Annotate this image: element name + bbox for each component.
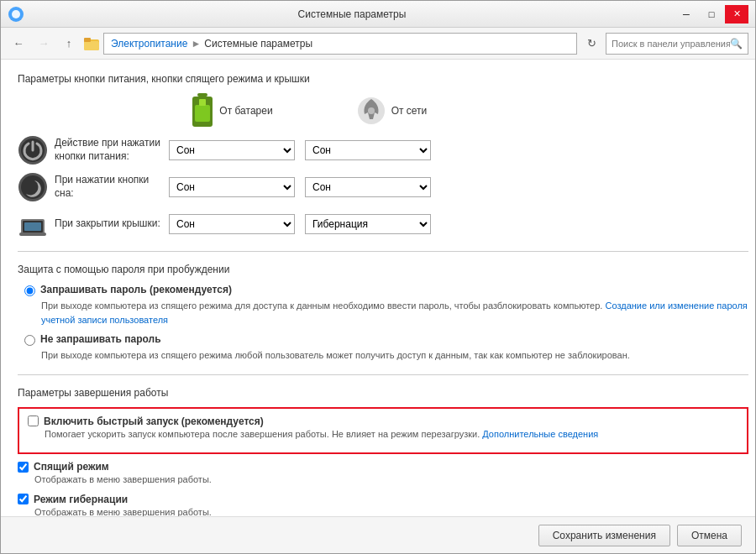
title-bar: Системные параметры ─ □ ✕	[1, 1, 755, 28]
battery-icon	[191, 93, 214, 128]
power-button-row: Действие при нажатии кнопки питания: Сон…	[18, 135, 748, 165]
password-noreq-radio[interactable]	[24, 335, 35, 346]
sleep-mode-desc: Отображать в меню завершения работы.	[34, 473, 748, 487]
search-box: 🔍	[606, 33, 748, 55]
sleep-button-label: При нажатии кнопки сна:	[55, 174, 167, 200]
shutdown-section: Параметры завершения работы Включить быс…	[18, 387, 748, 517]
search-input[interactable]	[612, 39, 730, 49]
fast-startup-link[interactable]: Дополнительные сведения	[482, 429, 598, 439]
divider-1	[18, 251, 748, 252]
sleep-mode-label[interactable]: Спящий режим	[18, 461, 748, 473]
hibernate-desc: Отображать в меню завершения работы.	[34, 505, 748, 517]
sleep-mode-text: Спящий режим	[34, 461, 109, 473]
power-source-label: От сети	[391, 105, 428, 117]
sleep-button-battery-select[interactable]: Сон Ничего не делать Гибернация	[169, 177, 295, 197]
sleep-button-selects: Сон Ничего не делать Гибернация Сон Ниче…	[169, 177, 431, 197]
search-icon: 🔍	[730, 38, 743, 50]
power-button-label: Действие при нажатии кнопки питания:	[55, 137, 167, 163]
power-buttons-title: Параметры кнопки питания, кнопки спящего…	[18, 73, 748, 85]
password-noreq-label[interactable]: Не запрашивать пароль	[24, 333, 748, 346]
power-button-selects: Сон Ничего не делать Гибернация Завершен…	[169, 140, 431, 160]
password-require-text: Запрашивать пароль (рекомендуется)	[40, 284, 232, 295]
cancel-button[interactable]: Отмена	[677, 525, 742, 546]
lid-close-selects: Сон Ничего не делать Гибернация Гибернац…	[169, 214, 431, 234]
main-area: Параметры кнопки питания, кнопки спящего…	[1, 60, 755, 516]
fast-startup-checkbox[interactable]	[28, 416, 39, 426]
breadcrumb-folder-icon	[83, 35, 100, 52]
password-radio-group: Запрашивать пароль (рекомендуется) При в…	[24, 284, 748, 363]
svg-point-1	[12, 10, 20, 18]
sleep-mode-item: Спящий режим Отображать в меню завершени…	[18, 461, 748, 487]
password-require-label[interactable]: Запрашивать пароль (рекомендуется)	[24, 284, 748, 296]
svg-rect-3	[84, 41, 99, 50]
lid-close-label: При закрытии крышки:	[55, 217, 167, 231]
fast-startup-desc: Помогает ускорить запуск компьютера посл…	[45, 427, 738, 442]
password-section-title: Защита с помощью пароля при пробуждении	[18, 264, 748, 275]
password-section: Защита с помощью пароля при пробуждении …	[18, 264, 748, 363]
breadcrumb-bar: Электропитание ► Системные параметры	[103, 33, 577, 55]
battery-header: От батареи	[169, 93, 295, 128]
breadcrumb-separator: ►	[191, 38, 201, 50]
hibernate-item: Режим гибернации Отображать в меню завер…	[18, 494, 748, 517]
svg-rect-4	[84, 38, 91, 42]
window-title: Системные параметры	[29, 8, 675, 20]
breadcrumb-item-1[interactable]: Электропитание	[111, 38, 187, 50]
power-button-battery-select[interactable]: Сон Ничего не делать Гибернация Завершен…	[169, 140, 295, 160]
main-window: Системные параметры ─ □ ✕ ← → ↑ Электроп…	[0, 0, 756, 554]
shutdown-section-title: Параметры завершения работы	[18, 387, 748, 399]
password-require-radio[interactable]	[24, 285, 35, 296]
svg-point-10	[368, 107, 375, 114]
svg-rect-7	[195, 105, 210, 122]
fast-startup-box: Включить быстрый запуск (рекомендуется) …	[18, 407, 748, 455]
minimize-button[interactable]: ─	[675, 5, 698, 24]
back-button[interactable]: ←	[8, 33, 29, 55]
password-require-item: Запрашивать пароль (рекомендуется) При в…	[24, 284, 748, 327]
svg-rect-17	[24, 222, 41, 231]
fast-startup-label[interactable]: Включить быстрый запуск (рекомендуется)	[28, 416, 738, 427]
password-noreq-item: Не запрашивать пароль При выходе компьют…	[24, 333, 748, 363]
password-require-desc: При выходе компьютера из спящего режима …	[41, 299, 748, 327]
power-button-icon	[18, 135, 48, 165]
bottom-bar: Сохранить изменения Отмена	[1, 516, 755, 553]
breadcrumb-item-2: Системные параметры	[204, 38, 312, 50]
sleep-button-row: При нажатии кнопки сна: Сон Ничего не де…	[18, 172, 748, 202]
forward-button[interactable]: →	[33, 33, 55, 55]
lid-close-battery-select[interactable]: Сон Ничего не делать Гибернация	[169, 214, 295, 234]
battery-label: От батареи	[219, 105, 272, 117]
power-source-icon	[356, 96, 386, 126]
maximize-button[interactable]: □	[700, 5, 723, 24]
hibernate-label[interactable]: Режим гибернации	[18, 494, 748, 505]
svg-rect-5	[197, 93, 207, 97]
save-button[interactable]: Сохранить изменения	[538, 525, 670, 546]
lid-close-power-select[interactable]: Гибернация Сон Ничего не делать	[305, 214, 431, 234]
address-bar: ← → ↑ Электропитание ► Системные парамет…	[1, 28, 755, 60]
divider-2	[18, 374, 748, 375]
power-column-headers: От батареи От сети	[169, 93, 748, 128]
power-button-power-select[interactable]: Сон Ничего не делать Гибернация Завершен…	[305, 140, 431, 160]
sleep-button-power-select[interactable]: Сон Ничего не делать Гибернация	[305, 177, 431, 197]
fast-startup-text: Включить быстрый запуск (рекомендуется)	[44, 416, 264, 427]
window-controls: ─ □ ✕	[675, 5, 748, 24]
lid-close-icon	[18, 209, 48, 239]
power-header: От сети	[328, 96, 454, 126]
power-buttons-section: Параметры кнопки питания, кнопки спящего…	[18, 73, 748, 239]
up-button[interactable]: ↑	[58, 33, 80, 55]
app-icon	[8, 6, 24, 23]
password-noreq-desc: При выходе компьютера из спящего режима …	[41, 348, 748, 363]
content-area: Параметры кнопки питания, кнопки спящего…	[1, 60, 755, 516]
svg-rect-8	[199, 99, 206, 106]
fast-startup-item: Включить быстрый запуск (рекомендуется) …	[28, 416, 738, 442]
sleep-mode-checkbox[interactable]	[18, 462, 29, 473]
hibernate-text: Режим гибернации	[34, 494, 128, 505]
password-noreq-text: Не запрашивать пароль	[40, 333, 161, 345]
sleep-button-icon	[18, 172, 48, 202]
lid-close-row: При закрытии крышки: Сон Ничего не делат…	[18, 209, 748, 239]
refresh-button[interactable]: ↻	[580, 33, 602, 55]
hibernate-checkbox[interactable]	[18, 494, 29, 504]
svg-rect-18	[19, 233, 46, 236]
close-button[interactable]: ✕	[725, 5, 748, 24]
